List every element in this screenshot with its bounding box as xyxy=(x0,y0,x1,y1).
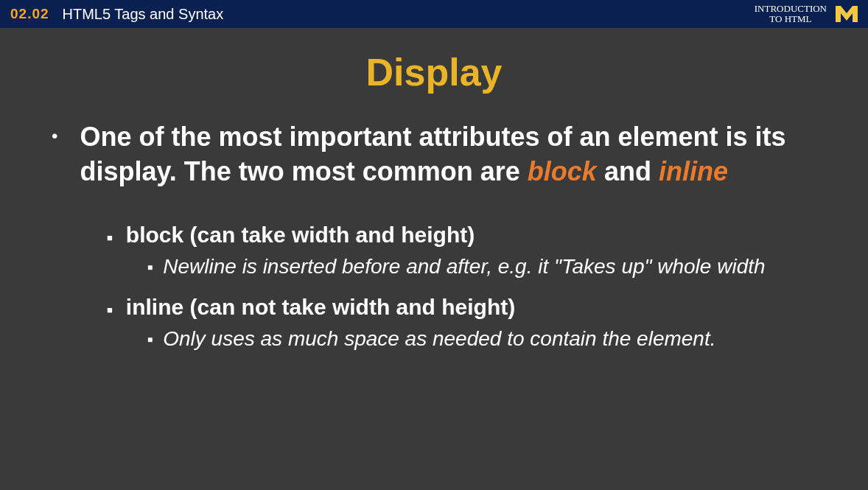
square-marker-icon: ■ xyxy=(147,335,153,352)
michigan-logo-icon xyxy=(836,6,858,22)
slide-header: 02.02 HTML5 Tags and Syntax INTRODUCTION… xyxy=(0,0,868,28)
course-title-line2: TO HTML xyxy=(755,14,827,24)
slide-title: Display xyxy=(52,50,816,94)
sub-sub-list-inline: ■ Only uses as much space as needed to c… xyxy=(147,326,816,352)
sub-sub-text-block: Newline is inserted before and after, e.… xyxy=(163,253,765,280)
course-title-line1: INTRODUCTION xyxy=(755,4,827,14)
main-bullet: • One of the most important attributes o… xyxy=(52,120,816,189)
sub-sub-item: ■ Newline is inserted before and after, … xyxy=(147,253,816,280)
sub-item-block: ■ block (can take width and height) xyxy=(107,223,816,248)
sub-sub-text-inline: Only uses as much space as needed to con… xyxy=(163,326,715,352)
main-bullet-text: One of the most important attributes of … xyxy=(80,120,816,189)
square-marker-icon: ■ xyxy=(107,232,113,248)
highlight-block: block xyxy=(528,156,597,186)
bullet-marker-icon: • xyxy=(52,126,57,189)
sub-list: ■ block (can take width and height) ■ Ne… xyxy=(107,223,816,353)
sub-item-inline: ■ inline (can not take width and height) xyxy=(107,295,816,320)
sub-text-inline: inline (can not take width and height) xyxy=(126,295,515,320)
sub-text-block: block (can take width and height) xyxy=(126,223,475,248)
slide-content: Display • One of the most important attr… xyxy=(0,28,868,352)
sub-sub-list-block: ■ Newline is inserted before and after, … xyxy=(147,253,816,280)
highlight-inline: inline xyxy=(659,156,728,186)
section-title: HTML5 Tags and Syntax xyxy=(63,6,224,23)
course-title: INTRODUCTION TO HTML xyxy=(755,4,827,25)
square-marker-icon: ■ xyxy=(107,304,113,320)
main-text-part2: and xyxy=(597,156,659,186)
square-marker-icon: ■ xyxy=(147,262,153,280)
sub-sub-item: ■ Only uses as much space as needed to c… xyxy=(147,326,816,352)
header-right: INTRODUCTION TO HTML xyxy=(755,4,858,25)
section-number: 02.02 xyxy=(10,6,49,22)
